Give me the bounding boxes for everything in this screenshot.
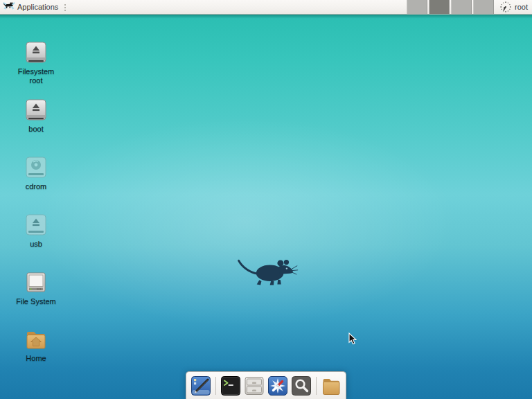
desktop-icon-filesystem-root[interactable]: Filesystem root [12,40,60,85]
removable-drive-ghost-icon [24,213,48,238]
bottom-dock-panel [186,371,346,399]
workspace-1[interactable] [407,0,427,14]
dock-separator [316,377,317,395]
mouse-cursor [348,332,357,345]
panel-handle[interactable] [63,3,67,12]
analog-clock-icon[interactable] [499,1,512,13]
file-manager-button[interactable] [244,375,265,396]
user-menu-button[interactable]: root [515,3,529,11]
workspace-2-active[interactable] [429,0,450,14]
show-desktop-button[interactable] [190,375,211,396]
desktop-icon-boot[interactable]: boot [12,98,60,134]
terminal-button[interactable] [220,375,241,396]
workspace-3[interactable] [451,0,472,14]
desktop-wallpaper[interactable]: Filesystem root boot cdrom [0,14,532,399]
removable-drive-icon [24,40,48,65]
xfce-mouse-logo [236,251,299,287]
desktop-icon-cdrom[interactable]: cdrom [12,155,60,191]
xubuntu-logo-icon [3,0,15,14]
workspace-4[interactable] [473,0,494,14]
web-browser-button[interactable] [267,375,288,396]
desktop-icon-label: File System [16,297,55,306]
dock-separator [215,377,216,395]
optical-disc-icon [24,155,48,180]
applications-menu-button[interactable]: Applications [0,0,62,14]
home-folder-icon [24,327,48,352]
desktop-icon-file-system[interactable]: File System [12,270,60,306]
desktop-icon-usb[interactable]: usb [12,213,60,249]
desktop-icon-label: cdrom [26,182,47,191]
app-finder-button[interactable] [291,375,312,396]
computer-icon [24,270,48,295]
xfce-desktop: Applications [0,0,532,399]
home-directory-button[interactable] [321,375,342,396]
desktop-icon-label: usb [30,240,42,249]
desktop-icon-label: Filesystem root [12,67,60,85]
desktop-icon-label: Home [26,354,46,363]
workspace-switcher [407,0,494,14]
desktop-icon-home[interactable]: Home [12,327,60,363]
top-panel: Applications [0,0,532,15]
applications-menu-label: Applications [17,3,58,11]
removable-drive-icon [24,98,48,123]
desktop-icon-label: boot [28,125,43,134]
